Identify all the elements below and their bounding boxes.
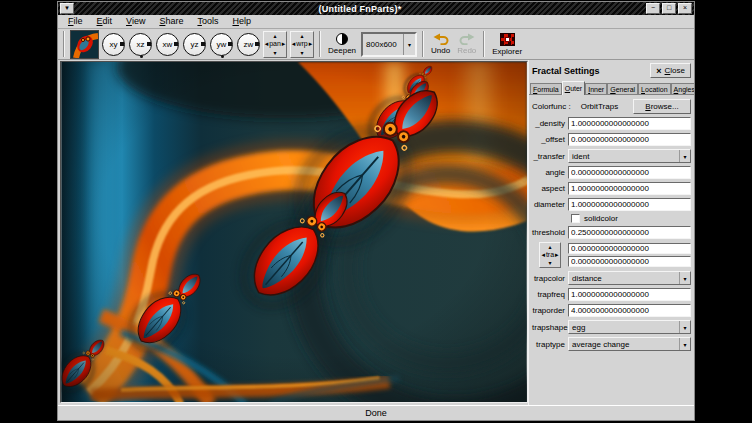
spinner-cell: ▴◂tra▸▾ bbox=[532, 242, 568, 268]
dropdown-arrow-icon[interactable]: ▾ bbox=[403, 34, 415, 55]
undo-button[interactable]: Undo bbox=[429, 33, 452, 55]
maximize-button[interactable]: □ bbox=[662, 3, 676, 14]
menu-tools[interactable]: Tools bbox=[190, 15, 225, 28]
close-panel-button[interactable]: × Close bbox=[650, 63, 691, 78]
rotate-xy-label: xy bbox=[110, 40, 118, 49]
field-row-traporder: traporder bbox=[532, 304, 691, 317]
wrp-right-icon[interactable]: ▸ bbox=[309, 40, 313, 48]
_transfer-select[interactable]: ident▾ bbox=[568, 149, 691, 163]
trapfreq-label: trapfreq bbox=[532, 290, 568, 299]
field-row-trapfreq: trapfreq bbox=[532, 288, 691, 301]
rotate-handle-square[interactable] bbox=[147, 42, 151, 46]
window-controls: −□× bbox=[645, 3, 693, 14]
rotate-handle-square[interactable] bbox=[228, 42, 232, 46]
tab-formula[interactable]: Formula bbox=[530, 83, 562, 94]
tab-general[interactable]: General bbox=[607, 83, 638, 94]
aspect-input[interactable] bbox=[568, 182, 691, 195]
undo-label: Undo bbox=[431, 46, 450, 55]
dropdown-arrow-icon[interactable]: ▾ bbox=[679, 321, 690, 333]
tab-angles[interactable]: Angles bbox=[671, 83, 694, 94]
tra-value-2-input[interactable] bbox=[568, 256, 691, 267]
tab-location[interactable]: Location bbox=[638, 83, 670, 94]
close-icon: × bbox=[683, 4, 687, 11]
toolbar-separator bbox=[483, 31, 485, 57]
menu-file[interactable]: File bbox=[61, 15, 90, 28]
_density-input[interactable] bbox=[568, 117, 691, 130]
tra-value-1-input[interactable] bbox=[568, 243, 691, 254]
current-fractal-thumbnail[interactable] bbox=[70, 30, 99, 59]
menu-view[interactable]: View bbox=[119, 15, 152, 28]
toolbar-separator bbox=[63, 31, 65, 57]
field-row-traptype: traptypeaverage change▾ bbox=[532, 337, 691, 351]
window-menu-button[interactable]: ▾ bbox=[60, 3, 74, 14]
rotate-xw-button[interactable]: xw bbox=[156, 33, 179, 56]
traptype-label: traptype bbox=[532, 340, 568, 349]
fractal-canvas[interactable] bbox=[60, 61, 528, 403]
rotate-xy-button[interactable]: xy bbox=[102, 33, 125, 56]
toolbar-separator bbox=[319, 31, 321, 57]
menu-share[interactable]: Share bbox=[152, 15, 190, 28]
field-row-threshold: threshold bbox=[532, 226, 691, 239]
spinner-right-icon[interactable]: ▸ bbox=[555, 251, 559, 259]
angle-input[interactable] bbox=[568, 166, 691, 179]
_offset-input[interactable] bbox=[568, 133, 691, 146]
spinner-down-icon[interactable]: ▾ bbox=[548, 260, 551, 266]
rotate-handle-square[interactable] bbox=[255, 42, 259, 46]
threshold-input[interactable] bbox=[568, 226, 691, 239]
rotate-handle-square[interactable] bbox=[174, 42, 178, 46]
menu-edit[interactable]: Edit bbox=[90, 15, 120, 28]
pan-right-icon[interactable]: ▸ bbox=[282, 40, 286, 48]
field-row-trapshape: trapshapeegg▾ bbox=[532, 320, 691, 334]
rotate-yz-button[interactable]: yz bbox=[183, 33, 206, 56]
tab-inner[interactable]: Inner bbox=[585, 83, 607, 94]
spinner-up-icon[interactable]: ▴ bbox=[548, 244, 551, 250]
pan-down-icon[interactable]: ▾ bbox=[273, 50, 276, 56]
wrp-left-icon[interactable]: ◂ bbox=[292, 40, 296, 48]
tra-spinner[interactable]: ▴◂tra▸▾ bbox=[539, 242, 561, 268]
diameter-input[interactable] bbox=[568, 198, 691, 211]
pan-left-icon[interactable]: ◂ bbox=[265, 40, 269, 48]
rotate-handle-square[interactable] bbox=[201, 42, 205, 46]
trapcolor-select[interactable]: distance▾ bbox=[568, 271, 691, 285]
field-row-trapcolor: trapcolordistance▾ bbox=[532, 271, 691, 285]
deepen-icon bbox=[336, 33, 348, 45]
warp-control[interactable]: ▴ ◂wrp▸ ▾ bbox=[290, 31, 314, 58]
redo-button[interactable]: Redo bbox=[455, 33, 478, 55]
rotate-zw-button[interactable]: zw bbox=[237, 33, 260, 56]
pan-up-icon[interactable]: ▴ bbox=[273, 33, 276, 39]
toolbar: xyxzxwyzywzw ▴ ◂pan▸ ▾ ▴ ◂wrp▸ ▾ Deepen … bbox=[58, 29, 694, 60]
dropdown-arrow-icon[interactable]: ▾ bbox=[679, 338, 690, 350]
deepen-label: Deepen bbox=[328, 46, 356, 55]
_offset-label: _offset bbox=[532, 135, 568, 144]
solidcolor-checkbox[interactable] bbox=[571, 214, 580, 223]
field-row-tra: ▴◂tra▸▾ bbox=[532, 242, 691, 268]
trapfreq-input[interactable] bbox=[568, 288, 691, 301]
dropdown-arrow-icon[interactable]: ▾ bbox=[679, 272, 690, 284]
dropdown-arrow-icon[interactable]: ▾ bbox=[679, 150, 690, 162]
minimize-button[interactable]: − bbox=[646, 3, 660, 14]
wrp-up-icon[interactable]: ▴ bbox=[300, 33, 303, 39]
traporder-input[interactable] bbox=[568, 304, 691, 317]
browse-button[interactable]: Browse... bbox=[633, 99, 691, 114]
pan-control[interactable]: ▴ ◂pan▸ ▾ bbox=[263, 31, 287, 58]
explorer-button[interactable]: Explorer bbox=[490, 33, 524, 56]
rotate-indicator-dot bbox=[221, 55, 224, 58]
rotate-xw-label: xw bbox=[163, 40, 173, 49]
diameter-label: diameter bbox=[532, 200, 568, 209]
deepen-button[interactable]: Deepen bbox=[326, 33, 358, 55]
resolution-select[interactable]: 800x600 ▾ bbox=[361, 32, 417, 57]
close-label: Close bbox=[665, 66, 685, 75]
traptype-select[interactable]: average change▾ bbox=[568, 337, 691, 351]
tab-outer[interactable]: Outer bbox=[562, 81, 586, 95]
menu-help[interactable]: Help bbox=[225, 15, 258, 28]
trapshape-select[interactable]: egg▾ bbox=[568, 320, 691, 334]
window-title: (Untitled FnParts)* bbox=[75, 3, 645, 15]
threshold-label: threshold bbox=[532, 228, 568, 237]
spinner-left-icon[interactable]: ◂ bbox=[541, 251, 545, 259]
wrp-down-icon[interactable]: ▾ bbox=[300, 50, 303, 56]
rotate-handle-square[interactable] bbox=[120, 42, 124, 46]
rotate-xz-button[interactable]: xz bbox=[129, 33, 152, 56]
window-menu-icon: ▾ bbox=[65, 4, 69, 11]
close-button[interactable]: × bbox=[678, 3, 692, 14]
rotate-yw-button[interactable]: yw bbox=[210, 33, 233, 56]
